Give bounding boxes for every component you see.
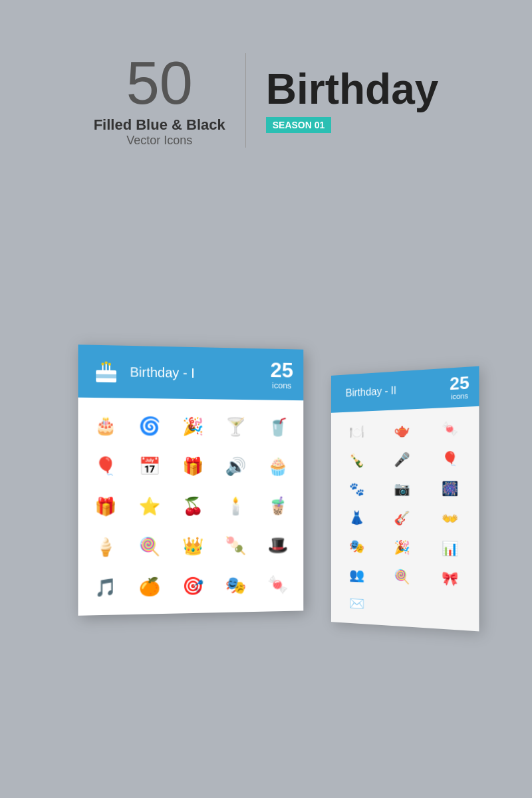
icon-cell: 🍡 [222,531,249,559]
icon-cell: 🎆 [440,477,461,499]
book-front-icon-grid: 🎂🌀🎉🍸🥤🎈📅🎁🔊🧁🎁⭐🍒🕯️🧋🍦🍭👑🍡🎩🎵🍊🎯🎭🍬 [89,411,293,602]
style-line1: Filled Blue & Black [94,116,225,134]
icon-cell: 📅 [135,452,163,480]
icon-cell: 🎁 [179,452,207,480]
icon-cell: 🧁 [265,452,292,480]
icon-cell: 🕯️ [222,492,249,520]
svg-point-5 [101,362,104,365]
cake-icon [92,358,120,385]
page-title: Birthday [266,68,439,110]
icon-cell: 📊 [440,537,461,560]
icon-cell: 🍽️ [347,421,367,442]
svg-rect-1 [96,374,116,378]
icon-cell: 🎈 [440,448,461,469]
icon-cell: ✉️ [347,593,367,614]
icon-cell: 🍸 [222,412,249,440]
icon-cell: 🍒 [179,492,207,520]
icon-cell: 🎯 [179,572,207,600]
icon-cell: 🍬 [265,571,292,598]
icon-cell: 🎉 [392,537,413,559]
icon-cell: 🍦 [91,533,120,561]
header-section: 50 Filled Blue & Black Vector Icons Birt… [94,53,439,148]
icon-cell: 🎭 [222,571,249,599]
icon-cell: 🍾 [347,450,367,471]
icon-cell: 🎭 [347,535,367,557]
book-front-icon [89,354,123,389]
book-back-count: 25 icons [450,374,469,401]
header-left: 50 Filled Blue & Black Vector Icons [94,53,246,148]
icon-cell: 🫖 [392,419,413,441]
book-front-count: 25 icons [270,359,293,390]
icon-cell: 🎉 [179,412,207,440]
icon-cell: 🎁 [91,492,120,521]
book-front: Birthday - I 25 icons 🎂🌀🎉🍸🥤🎈📅🎁🔊🧁🎁⭐🍒🕯️🧋🍦🍭… [78,344,303,616]
icon-cell: 🎵 [91,573,120,602]
icon-cell: 🎈 [91,452,120,480]
icon-cell: 🍭 [392,565,413,587]
icon-cell: 🍭 [135,532,163,561]
book-back-title: Birthday - II [346,382,450,400]
book-back: Birthday - II 25 icons 🍽️🫖🍬🍾🎤🎈🐾📷🎆👗🎸👐🎭🎉📊👥… [331,366,479,632]
book-front-header: Birthday - I 25 icons [78,344,303,400]
icon-cell: 🎩 [265,531,292,559]
icon-cell: 🎀 [440,567,461,590]
icon-cell: 👐 [440,507,461,529]
icon-cell: 🥤 [265,413,292,441]
header-right: Birthday SEASON 01 [246,68,439,133]
books-container: Birthday - I 25 icons 🎂🌀🎉🍸🥤🎈📅🎁🔊🧁🎁⭐🍒🕯️🧋🍦🍭… [40,188,492,640]
icon-cell: 🎸 [392,507,413,529]
svg-point-6 [105,361,108,364]
icon-cell: 🎤 [392,449,413,471]
icon-cell: 👗 [347,507,367,529]
book-front-content: 🎂🌀🎉🍸🥤🎈📅🎁🔊🧁🎁⭐🍒🕯️🧋🍦🍭👑🍡🎩🎵🍊🎯🎭🍬 [78,398,303,616]
book-back-icon-grid: 🍽️🫖🍬🍾🎤🎈🐾📷🎆👗🎸👐🎭🎉📊👥🍭🎀✉️ [338,417,471,620]
season-badge: SEASON 01 [266,117,332,133]
icon-cell: 🍊 [135,573,163,601]
icon-cell: 🎂 [91,411,120,440]
icon-cell: 🧋 [265,492,292,520]
book-front-title: Birthday - I [130,364,270,382]
icon-cell: 🌀 [135,412,163,440]
svg-point-7 [108,363,111,366]
icon-cell: 📷 [392,478,413,499]
big-number: 50 [94,53,225,113]
icon-cell: ⭐ [135,492,163,520]
icon-cell: 👥 [347,564,367,585]
book-back-header: Birthday - II 25 icons [331,366,479,413]
style-line2: Vector Icons [94,134,225,148]
book-back-content: 🍽️🫖🍬🍾🎤🎈🐾📷🎆👗🎸👐🎭🎉📊👥🍭🎀✉️ [331,406,479,632]
icon-cell: 🍬 [440,417,461,440]
icon-cell: 🔊 [222,452,249,480]
icon-cell: 🐾 [347,479,367,499]
icon-cell: 👑 [179,532,207,560]
